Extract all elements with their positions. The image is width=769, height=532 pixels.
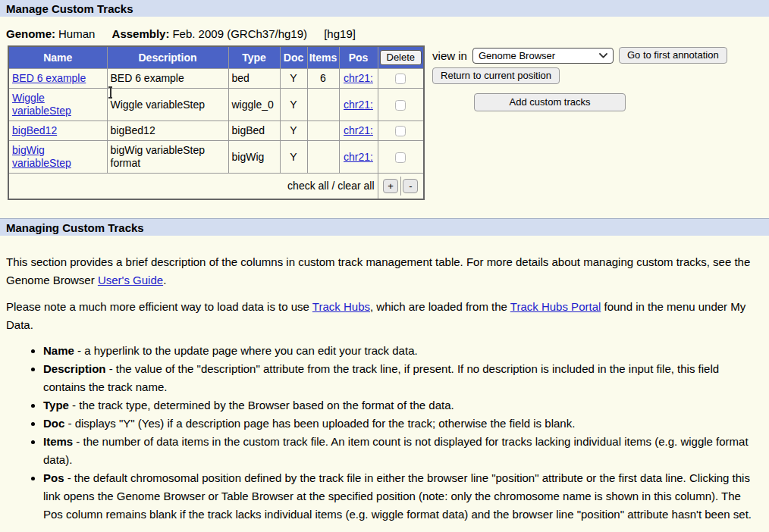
- track-type: bed: [228, 69, 280, 89]
- col-header-type: Type: [228, 46, 280, 69]
- list-item: Description - the value of the "descript…: [43, 360, 763, 396]
- chevron-down-icon: [599, 53, 607, 58]
- managing-custom-tracks-bar: Managing Custom Tracks: [0, 218, 769, 236]
- table-row: bigBed12 bigBed12 bigBed Y chr21:: [8, 121, 424, 141]
- bullet-desc: - the value of the "description" attribu…: [43, 362, 719, 393]
- delete-checkbox[interactable]: [395, 126, 406, 136]
- table-header-row: Name Description Type Doc Items Pos Dele…: [8, 46, 424, 69]
- track-items: [307, 141, 339, 174]
- go-to-first-annotation-button[interactable]: Go to first annotation: [619, 47, 727, 64]
- assembly-value: Feb. 2009 (GRCh37/hg19): [172, 27, 307, 40]
- intro-text-end: .: [163, 274, 166, 286]
- col-header-description: Description: [107, 46, 228, 69]
- genome-assembly-line: Genome:Human Assembly:Feb. 2009 (GRCh37/…: [0, 17, 769, 45]
- return-to-current-position-button[interactable]: Return to current position: [432, 67, 560, 84]
- list-item: Type - the track type, determined by the…: [43, 396, 763, 415]
- list-item: Items - the number of data items in the …: [43, 433, 763, 469]
- bullet-term: Type: [43, 399, 69, 412]
- track-description: BED 6 example: [107, 69, 228, 89]
- custom-tracks-table: Name Description Type Doc Items Pos Dele…: [8, 45, 425, 200]
- table-footer-row: check all / clear all + -: [8, 174, 424, 200]
- main-area: Name Description Type Doc Items Pos Dele…: [0, 45, 769, 200]
- clear-all-minus-button[interactable]: -: [403, 179, 418, 193]
- track-items: [307, 89, 339, 121]
- bullet-term: Pos: [43, 471, 64, 484]
- col-header-pos: Pos: [339, 46, 378, 69]
- check-all-clear-all-label: check all / clear all: [8, 174, 378, 200]
- track-doc: Y: [280, 141, 307, 174]
- expand-collapse-cell: + -: [378, 174, 424, 200]
- col-header-delete: Delete: [378, 46, 424, 69]
- track-pos-link[interactable]: chr21:: [344, 99, 373, 111]
- track-description: Wiggle variableStep: [107, 89, 228, 121]
- genome-label: Genome:: [6, 27, 55, 40]
- track-type: bigWig: [228, 141, 280, 174]
- delete-button[interactable]: Delete: [380, 50, 422, 65]
- bullet-term: Name: [43, 344, 74, 357]
- track-hubs-paragraph: Please note a much more efficient way to…: [6, 298, 763, 334]
- manage-custom-tracks-page: { "colors": { "page_background": "#fbfbe…: [0, 0, 769, 532]
- track-doc: Y: [280, 69, 307, 89]
- track-hubs-link[interactable]: Track Hubs: [312, 300, 370, 313]
- hubs-text-mid: , which are loaded from the: [370, 300, 510, 313]
- check-all-plus-button[interactable]: +: [383, 179, 398, 193]
- genome-value: Human: [58, 27, 95, 40]
- table-controls: view in Genome Browser Go to first annot…: [432, 45, 727, 111]
- col-header-doc: Doc: [280, 46, 307, 69]
- column-descriptions-list: Name - a hyperlink to the update page wh…: [6, 342, 763, 524]
- track-description: bigWig variableStep format: [107, 141, 228, 174]
- page-title-bar: Manage Custom Tracks: [0, 0, 769, 17]
- bullet-term: Description: [43, 362, 106, 375]
- bullet-desc: - the track type, determined by the Brow…: [69, 399, 454, 412]
- track-type: bigBed: [228, 121, 280, 141]
- track-name-link[interactable]: BED 6 example: [12, 72, 86, 84]
- delete-checkbox[interactable]: [395, 100, 406, 111]
- track-name-link[interactable]: bigWig variableStep: [12, 144, 71, 169]
- view-in-select[interactable]: Genome Browser: [472, 48, 614, 64]
- track-doc: Y: [280, 121, 307, 141]
- table-row: BED 6 example BED 6 example bed Y 6 chr2…: [8, 69, 424, 89]
- track-description: bigBed12: [107, 121, 228, 141]
- users-guide-link[interactable]: User's Guide: [98, 274, 163, 286]
- track-hubs-portal-link[interactable]: Track Hubs Portal: [510, 300, 601, 313]
- col-header-name: Name: [8, 46, 107, 69]
- track-doc: Y: [280, 89, 307, 121]
- track-pos-link[interactable]: chr21:: [344, 124, 373, 136]
- list-item: Pos - the default chromosomal position d…: [43, 469, 763, 524]
- track-type: wiggle_0: [228, 89, 280, 121]
- bullet-desc: - displays "Y" (Yes) if a description pa…: [64, 417, 575, 430]
- col-header-items: Items: [307, 46, 339, 69]
- track-pos-link[interactable]: chr21:: [344, 72, 373, 84]
- bullet-desc: - the default chromosomal position defin…: [43, 471, 752, 521]
- track-items: 6: [307, 69, 339, 89]
- db-value: [hg19]: [324, 27, 356, 40]
- hubs-text: Please note a much more efficient way to…: [6, 300, 312, 313]
- table-row: Wiggle variableStep Wiggle variableStep …: [8, 89, 424, 121]
- track-name-link[interactable]: Wiggle variableStep: [12, 92, 71, 117]
- list-item: Name - a hyperlink to the update page wh…: [43, 342, 763, 360]
- bullet-desc: - the number of data items in the custom…: [43, 435, 749, 466]
- intro-paragraph: This section provides a brief descriptio…: [6, 253, 763, 289]
- assembly-label: Assembly:: [112, 27, 170, 40]
- track-name-link[interactable]: bigBed12: [12, 124, 57, 136]
- add-custom-tracks-button[interactable]: Add custom tracks: [474, 93, 626, 111]
- track-items: [307, 121, 339, 141]
- bullet-desc: - a hyperlink to the update page where y…: [74, 344, 418, 357]
- section-heading: Managing Custom Tracks: [6, 221, 144, 234]
- track-pos-link[interactable]: chr21:: [344, 151, 373, 163]
- table-row: bigWig variableStep bigWig variableStep …: [8, 141, 424, 174]
- bullet-term: Doc: [43, 417, 64, 430]
- help-content: This section provides a brief descriptio…: [0, 253, 769, 524]
- delete-checkbox[interactable]: [395, 152, 406, 163]
- delete-checkbox[interactable]: [395, 74, 406, 84]
- bullet-term: Items: [43, 435, 73, 448]
- list-item: Doc - displays "Y" (Yes) if a descriptio…: [43, 415, 763, 433]
- view-in-label: view in: [432, 49, 467, 62]
- view-in-selected-option: Genome Browser: [479, 50, 555, 61]
- page-title: Manage Custom Tracks: [6, 2, 133, 15]
